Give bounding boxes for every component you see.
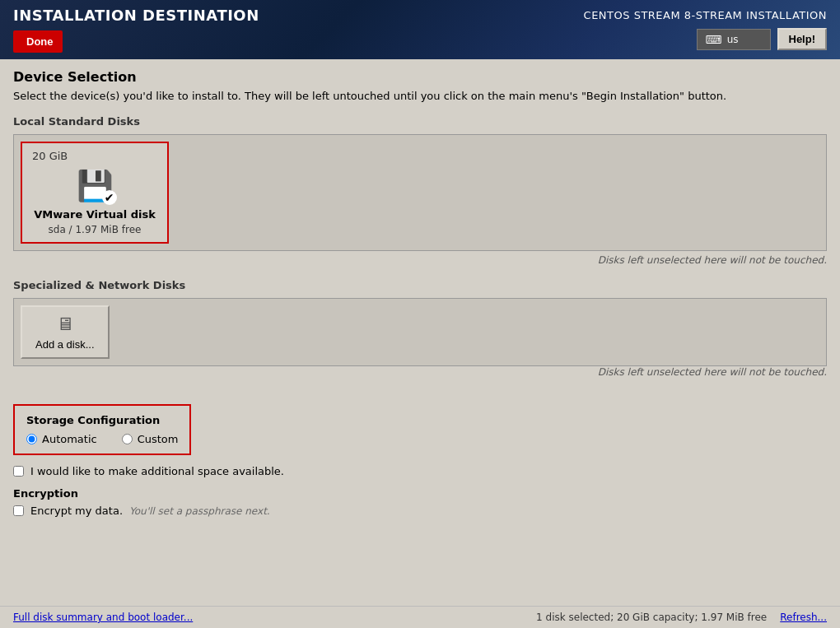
- done-button[interactable]: Done: [13, 30, 63, 53]
- specialized-disks-hint: Disks left unselected here will not be t…: [13, 366, 827, 378]
- disk-check-icon: ✔: [102, 190, 117, 205]
- storage-config-title: Storage Configuration: [26, 414, 178, 426]
- page-title: INSTALLATION DESTINATION: [13, 7, 259, 24]
- storage-config-box: Storage Configuration Automatic Custom: [13, 404, 191, 455]
- disk-card[interactable]: 20 GiB 💾 ✔ VMware Virtual disk sda / 1.9…: [21, 142, 169, 244]
- full-disk-summary-link[interactable]: Full disk summary and boot loader...: [13, 612, 193, 623]
- footer-status: 1 disk selected; 20 GiB capacity; 1.97 M…: [536, 612, 767, 623]
- add-disk-label: Add a disk...: [35, 338, 95, 351]
- encryption-row: Encrypt my data. You'll set a passphrase…: [13, 505, 827, 517]
- add-disk-icon: 🖥: [56, 314, 74, 335]
- header-controls: ⌨ us Help!: [697, 28, 828, 50]
- custom-label: Custom: [138, 433, 179, 445]
- additional-space-label[interactable]: I would like to make additional space av…: [30, 465, 284, 477]
- custom-radio[interactable]: [122, 434, 133, 444]
- header: INSTALLATION DESTINATION Done CENTOS STR…: [0, 0, 840, 59]
- local-disks-area: 20 GiB 💾 ✔ VMware Virtual disk sda / 1.9…: [13, 134, 827, 251]
- specialized-disks-label: Specialized & Network Disks: [13, 279, 827, 291]
- disk-size: 20 GiB: [32, 150, 68, 162]
- encrypt-text: Encrypt my data.: [30, 505, 123, 517]
- device-selection-title: Device Selection: [13, 69, 827, 85]
- footer: Full disk summary and boot loader... 1 d…: [0, 606, 840, 628]
- disk-name: VMware Virtual disk: [34, 208, 156, 221]
- header-left: INSTALLATION DESTINATION Done: [13, 7, 259, 53]
- encrypt-checkbox[interactable]: [13, 505, 24, 516]
- installation-subtitle: CENTOS STREAM 8-STREAM INSTALLATION: [584, 9, 827, 21]
- add-disk-button[interactable]: 🖥 Add a disk...: [21, 305, 110, 359]
- encrypt-hint: You'll set a passphrase next.: [129, 505, 270, 517]
- local-disks-label: Local Standard Disks: [13, 115, 827, 128]
- additional-space-row: I would like to make additional space av…: [13, 465, 827, 477]
- keyboard-icon: ⌨: [706, 33, 722, 46]
- automatic-label: Automatic: [42, 433, 97, 445]
- disk-icon-wrapper: 💾 ✔: [77, 169, 114, 203]
- keyboard-selector[interactable]: ⌨ us: [697, 29, 771, 50]
- footer-right: 1 disk selected; 20 GiB capacity; 1.97 M…: [536, 612, 827, 623]
- main-content: Device Selection Select the device(s) yo…: [0, 59, 840, 606]
- local-disks-hint: Disks left unselected here will not be t…: [13, 254, 827, 266]
- refresh-link[interactable]: Refresh...: [780, 612, 827, 623]
- additional-space-checkbox[interactable]: [13, 466, 24, 477]
- custom-radio-label[interactable]: Custom: [122, 433, 179, 445]
- automatic-radio[interactable]: [26, 434, 37, 444]
- storage-radio-group: Automatic Custom: [26, 433, 178, 445]
- header-right: CENTOS STREAM 8-STREAM INSTALLATION ⌨ us…: [584, 9, 827, 50]
- disk-details: sda / 1.97 MiB free: [49, 224, 142, 235]
- device-selection-desc: Select the device(s) you'd like to insta…: [13, 90, 827, 102]
- help-button[interactable]: Help!: [777, 28, 828, 50]
- encrypt-label[interactable]: Encrypt my data. You'll set a passphrase…: [13, 505, 827, 517]
- encryption-title: Encryption: [13, 487, 827, 500]
- automatic-radio-label[interactable]: Automatic: [26, 433, 97, 445]
- specialized-disks-area: 🖥 Add a disk...: [13, 298, 827, 366]
- keyboard-lang: us: [727, 34, 739, 45]
